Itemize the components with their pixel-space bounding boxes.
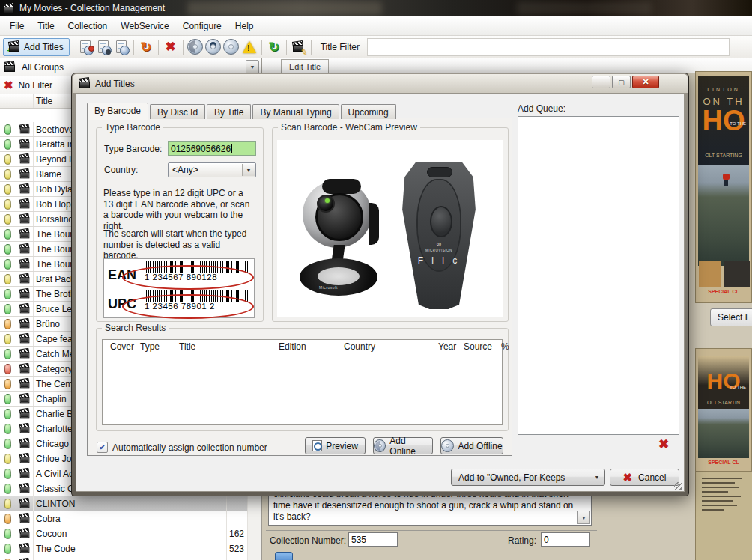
edit-title-tab[interactable]: Edit Title — [281, 59, 329, 73]
sync-orange-icon[interactable]: ↻ — [137, 38, 155, 56]
icon-column-header[interactable] — [16, 94, 34, 108]
status-orange-icon — [4, 319, 11, 329]
dvd-cover-front[interactable]: LINTON ON TH HO TO THE OLT STARTING SPEC… — [695, 71, 752, 303]
title-cell: Cocoon — [34, 526, 227, 541]
instructions-text: The search will start when the typed num… — [103, 228, 255, 261]
status-cell — [0, 511, 16, 526]
cancel-button[interactable]: ✖ Cancel — [610, 469, 679, 486]
auto-assign-checkbox-row[interactable]: ✔ Automatically assign collection number — [97, 442, 267, 453]
collection-number-input[interactable] — [348, 532, 398, 547]
tab-by-disc-id[interactable]: By Disc Id — [150, 104, 205, 119]
document-disc-dark-icon[interactable] — [94, 38, 112, 56]
group-label: Type Barcode — [102, 122, 163, 133]
results-column-edition[interactable]: Edition — [279, 341, 306, 352]
rating-input[interactable] — [541, 532, 590, 547]
barcode-input[interactable]: 012569056626 — [168, 141, 256, 156]
add-queue-list[interactable] — [518, 116, 679, 435]
movie-clapper-icon — [19, 260, 30, 269]
movie-clapper-icon — [19, 529, 30, 538]
movie-icon-cell — [16, 242, 34, 256]
menu-webservice[interactable]: WebService — [114, 18, 175, 34]
status-column-header[interactable] — [0, 94, 16, 108]
tab-by-manual-typing[interactable]: By Manual Typing — [252, 104, 339, 119]
scanner-brand: MICROVISION — [400, 249, 478, 252]
scrollbar-track[interactable] — [248, 526, 261, 541]
description-scroll-down-arrow[interactable]: ▼ — [577, 511, 590, 524]
refresh-green-icon[interactable]: ↻ — [265, 38, 283, 56]
menu-collection[interactable]: Collection — [61, 18, 115, 34]
cover-top-art: HO TO THE OLT STARTIN — [698, 356, 749, 409]
tab-by-title[interactable]: By Title — [207, 104, 251, 119]
webcam-brand-text: Microsoft — [319, 285, 338, 290]
status-yellow-icon — [4, 154, 11, 165]
title-row[interactable]: Cobra — [0, 511, 261, 526]
cover-special-text: SPECIAL CL — [696, 460, 751, 465]
add-to-collection-button[interactable]: Add to "Owned, For Keeps ▼ — [451, 469, 605, 486]
select-cover-button[interactable]: Select F — [710, 308, 752, 326]
number-cell: 523 — [227, 541, 248, 556]
scrollbar-track[interactable] — [248, 511, 261, 526]
dvd-cover-front-lower[interactable]: HO TO THE OLT STARTIN SPECIAL CL — [695, 348, 752, 472]
groups-label: All Groups — [22, 62, 64, 73]
disc-icon[interactable] — [222, 38, 240, 56]
menu-file[interactable]: File — [3, 18, 31, 34]
movie-icon-cell — [16, 287, 34, 301]
tab-upcoming[interactable]: Upcoming — [341, 104, 396, 119]
maximize-button[interactable]: ▢ — [612, 76, 631, 88]
delete-icon[interactable]: ✖ — [162, 38, 180, 56]
results-column-cover[interactable]: Cover — [110, 341, 134, 352]
title-row[interactable]: Cocoon162 — [0, 526, 261, 541]
results-column-source[interactable]: Source — [464, 341, 492, 352]
search-results-header[interactable]: CoverTypeTitleEditionCountryYearSource% — [103, 340, 502, 353]
menu-configure[interactable]: Configure — [176, 18, 228, 34]
resize-grip[interactable] — [674, 482, 682, 490]
add-online-button[interactable]: Add Online — [373, 437, 433, 454]
scrollbar-track[interactable] — [248, 541, 261, 556]
results-column-title[interactable]: Title — [179, 341, 195, 352]
menu-title[interactable]: Title — [31, 18, 61, 34]
menu-help[interactable]: Help — [228, 18, 261, 34]
minimize-button[interactable]: — — [592, 76, 610, 88]
add-to-label: Add to "Owned, For Keeps — [452, 472, 589, 483]
add-to-dropdown-arrow[interactable]: ▼ — [589, 469, 604, 485]
add-titles-icon: + — [9, 42, 20, 52]
country-select[interactable]: <Any> ▼ — [168, 162, 256, 177]
title-row[interactable]: Conspiration193 — [0, 556, 261, 560]
title-row[interactable]: The Code523 — [0, 541, 261, 556]
movie-icon-cell — [16, 167, 34, 181]
results-column-type[interactable]: Type — [140, 341, 160, 352]
tab-by-barcode[interactable]: By Barcode — [87, 103, 148, 120]
search-results-list[interactable]: CoverTypeTitleEditionCountryYearSource% — [102, 339, 503, 425]
results-column-percent[interactable]: % — [501, 341, 509, 352]
movie-icon-cell — [16, 421, 34, 436]
status-cell — [0, 407, 16, 421]
disc-shaded-icon[interactable] — [187, 38, 204, 56]
close-button[interactable]: ✕ — [632, 76, 659, 88]
edit-clapper-icon[interactable]: ✎ — [290, 38, 308, 56]
document-disc-icon[interactable] — [112, 38, 130, 56]
cover-road-photo — [698, 165, 749, 266]
scrollbar-track[interactable] — [248, 556, 261, 560]
checkbox-checked-icon[interactable]: ✔ — [97, 442, 108, 453]
status-green-icon — [4, 484, 11, 494]
title-filter-input[interactable] — [367, 38, 730, 56]
results-column-year[interactable]: Year — [438, 341, 456, 352]
status-cell — [0, 272, 16, 286]
preview-button[interactable]: Preview — [305, 437, 366, 454]
add-offline-button[interactable]: Add Offline — [440, 437, 503, 454]
number-cell — [227, 496, 248, 511]
disc-type-icon[interactable] — [275, 552, 293, 560]
warning-icon[interactable] — [240, 38, 258, 56]
scrollbar-track[interactable] — [248, 496, 261, 511]
add-titles-button[interactable]: + Add Titles — [3, 38, 70, 56]
title-cell: The Code — [34, 541, 227, 556]
document-disc-red-icon[interactable] — [76, 38, 94, 56]
title-row[interactable]: CLINTON — [0, 496, 261, 511]
queue-delete-button[interactable]: ✖ — [655, 436, 672, 451]
status-cell — [0, 197, 16, 211]
status-cell — [0, 317, 16, 331]
country-label: Country: — [104, 165, 138, 175]
results-column-country[interactable]: Country — [344, 341, 375, 352]
chevron-down-icon[interactable]: ▼ — [242, 164, 255, 176]
disc-person-icon[interactable] — [204, 38, 222, 56]
